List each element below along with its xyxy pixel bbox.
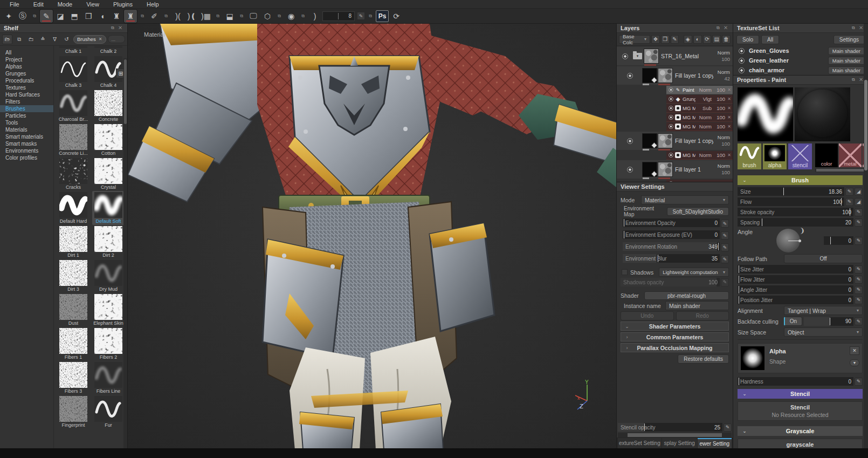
brush-tile-dirt-3[interactable]: Dirt 3 [57,259,89,293]
stencil-section-header[interactable]: ⌄Stencil [738,389,863,399]
visibility-eye-icon[interactable] [627,138,633,144]
effect-row-paint[interactable]: ✎PaintNorm100✕ [666,86,733,94]
environment-map-button[interactable]: Soft_5DaylightStudio [667,207,729,216]
edit-value-icon[interactable]: ✎ [855,276,863,284]
resources-updater-button[interactable]: ⟳ [390,10,403,23]
iterate-layer-icon[interactable]: ⟳ [703,35,712,44]
edit-value-icon[interactable]: ✎ [855,317,863,325]
effect-opacity[interactable]: 100 [713,152,725,158]
group-row-str-16-metal[interactable]: ▾STR_16_MetalNorm100 [617,47,733,65]
sidebar-item-smart-materials[interactable]: Smart materials [0,133,53,140]
effect-blend-mode[interactable]: Vlgt [697,96,712,102]
shadows-mode-dropdown[interactable]: Lightweight computation▾ [659,268,729,277]
section-common-parameters[interactable]: ›Common Parameters [621,332,729,341]
brush-tile-dirt-2[interactable]: Dirt 2 [92,225,125,259]
path-mesh-tool[interactable]: )▦ [199,10,212,23]
popout-icon[interactable]: ⧉ [299,12,307,20]
sidebar-item-project[interactable]: Project [0,56,53,63]
angle-value-field[interactable]: 0 [824,236,853,245]
angle-dial[interactable]: ❩ [776,229,800,252]
brush-tile-chalk-1[interactable]: Chalk 1 [57,46,89,55]
visibility-eye-icon[interactable] [739,67,745,73]
projection-tool[interactable]: ⬒ [68,10,81,23]
filter-icon[interactable]: ∇ [50,35,60,44]
remove-effect-icon[interactable]: ✕ [727,106,732,111]
path-mirror-x-tool[interactable]: )❪ [185,10,198,23]
brush-stroke-opacity-slider[interactable]: Stroke opacity100 [738,208,853,216]
textureset-row-green_gloves[interactable]: Green_GlovesMain shader [733,46,868,56]
sidebar-item-hard-surfaces[interactable]: Hard Surfaces [0,91,53,98]
effect-row-mg-ma-[interactable]: MG Ma...Norm100✕ [666,151,733,160]
edit-value-icon[interactable]: ✎ [855,286,863,294]
undo-search-icon[interactable]: ↺ [61,35,72,44]
shelf-scrollbar[interactable] [123,58,127,448]
effect-opacity[interactable]: 100 [713,87,725,93]
pressure-toggle-icon[interactable]: ◢ [855,188,863,196]
sidebar-item-procedurals[interactable]: Procedurals [0,77,53,84]
perspective-tool[interactable]: ⬡ [261,10,274,23]
layer-blend-mode[interactable]: Norm [713,134,730,141]
import-resource-icon[interactable]: ⧉ [14,35,24,44]
brush-tile-elephant-skin[interactable]: Elephant Skin [92,293,125,327]
edit-value-icon[interactable]: ✎ [855,237,863,245]
layer-mask-thumbnail[interactable] [643,134,657,148]
substance-logo[interactable]: Ⓢ [16,10,29,23]
effect-opacity[interactable]: 100 [713,96,725,102]
env-environment-rotation-slider[interactable]: Environment Rotation349 [623,242,720,251]
effect-row-mg-ma-[interactable]: MG Ma...Norm100✕ [666,122,733,131]
add-folder-icon[interactable]: ▤ [712,35,721,44]
effect-blend-mode[interactable]: Sub [697,105,712,111]
brushes-filter-chip[interactable]: Brushes✕ [73,35,106,44]
position-jitter-slider[interactable]: Position Jitter0 [738,296,853,304]
hardness-slider[interactable]: Hardness 0 [738,377,853,386]
add-effect-icon[interactable]: ❖ [651,35,660,44]
remove-effect-icon[interactable]: ✕ [727,97,732,101]
edit-value-icon[interactable]: ✎ [855,265,863,274]
sidebar-item-textures[interactable]: Textures [0,84,53,91]
edit-value-icon[interactable]: ✎ [855,208,863,216]
brush-tile-default-soft[interactable]: Default Soft [92,191,125,225]
textureset-row-green_leather[interactable]: Green_leatherMain shader [733,56,868,65]
popout-icon[interactable]: ⧉ [214,12,222,20]
sidebar-item-smart-masks[interactable]: Smart masks [0,140,53,147]
panel-window-icons[interactable]: ⧉ ✕ [111,25,123,31]
popout-icon[interactable]: ⧉ [238,12,245,20]
brush-spacing-slider[interactable]: Spacing20 [738,218,853,227]
alpha-dropdown-icon[interactable]: ▼ [850,359,859,366]
camera-tool[interactable]: ◉ [285,10,298,23]
layer-thumbnail[interactable] [658,162,672,176]
effect-blend-mode[interactable]: Norm [697,87,712,93]
shader-assignment-button[interactable]: Main shader [828,66,865,74]
alignment-dropdown[interactable]: Tangent | Wrap▾ [784,306,863,315]
brush-tile-crystal[interactable]: Crystal [92,157,125,191]
visibility-eye-icon[interactable] [669,153,673,158]
section-shader-parameters[interactable]: ⌄Shader Parameters [621,322,729,331]
clone-tool[interactable]: ♜ [110,10,123,23]
all-button[interactable]: All [761,35,779,44]
popout-icon[interactable]: ⧉ [162,12,170,20]
panel-window-icons[interactable]: ⧉ ✕ [717,25,729,31]
edit-value-icon[interactable]: ✎ [721,243,729,251]
brush-tile-fibers-line[interactable]: Fibers Line [92,361,125,395]
viewport-3d[interactable]: Material Y x Z [128,24,616,448]
brush-tile-chalk-2[interactable]: Chalk 2 [92,46,125,55]
layer-blend-mode[interactable]: Norm [713,50,730,56]
visibility-eye-icon[interactable] [627,73,633,79]
remove-effect-icon[interactable]: ✕ [727,87,732,92]
edit-value-icon[interactable]: ✎ [357,12,365,20]
visibility-eye-icon[interactable] [669,115,673,120]
angle-jitter-slider[interactable]: Angle Jitter0 [738,285,853,294]
brush-tile-fur[interactable]: Fur [92,395,125,429]
brush-tile-cracks[interactable]: Cracks [57,157,89,191]
brush-tile-dry-mud[interactable]: Dry Mud [92,259,125,293]
add-smart-material-icon[interactable]: ◈ [684,35,692,44]
popout-icon[interactable]: ⧉ [275,12,283,20]
edit-value-icon[interactable]: ✎ [721,255,729,263]
stencil-resource-box[interactable]: Stencil No Resource Selected [738,401,863,421]
solo-button[interactable]: Solo [736,35,759,44]
add-layer-icon[interactable]: ❒ [661,35,670,44]
sidebar-item-alphas[interactable]: Alphas [0,63,53,70]
effect-opacity[interactable]: 100 [713,124,725,129]
undo-button[interactable]: Undo [621,311,674,320]
env-environment-blur-slider[interactable]: Environment Blur35 [623,254,720,263]
